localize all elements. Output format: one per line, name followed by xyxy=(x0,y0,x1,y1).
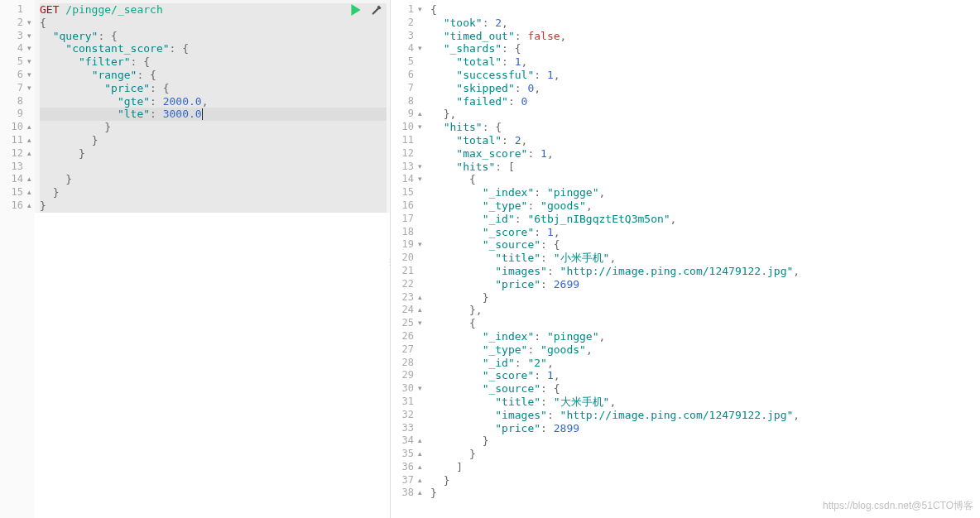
code-line[interactable]: }, xyxy=(430,108,977,121)
code-line[interactable]: "title": "大米手机", xyxy=(430,396,977,409)
code-line[interactable]: "gte": 2000.0, xyxy=(40,95,387,108)
code-line[interactable]: { xyxy=(40,17,387,30)
code-line[interactable]: GET /pingge/_search xyxy=(40,3,387,17)
code-line[interactable]: "lte": 3000.0 xyxy=(40,108,387,121)
fold-toggle[interactable]: ▾ xyxy=(25,82,33,95)
code-line[interactable]: ] xyxy=(430,461,977,474)
code-line[interactable]: } xyxy=(40,173,387,186)
fold-toggle[interactable]: ▴ xyxy=(416,291,424,305)
code-line[interactable]: } xyxy=(40,134,387,147)
code-line[interactable]: "_index": "pingge", xyxy=(430,186,977,199)
gutter-line: 17 xyxy=(391,213,425,226)
token-plain xyxy=(430,161,456,174)
code-line[interactable]: "_score": 1, xyxy=(430,369,977,382)
code-line[interactable]: "timed_out": false, xyxy=(430,30,977,43)
token-key: "price" xyxy=(104,82,150,95)
code-line[interactable]: "took": 2, xyxy=(430,17,977,30)
code-line[interactable]: "_score": 1, xyxy=(430,226,977,239)
code-line[interactable]: "price": 2899 xyxy=(430,422,977,435)
fold-toggle[interactable]: ▾ xyxy=(416,382,424,396)
line-number: 22 xyxy=(402,278,416,291)
fold-toggle[interactable]: ▴ xyxy=(416,108,424,121)
code-line[interactable]: { xyxy=(430,173,977,186)
fold-toggle[interactable]: ▾ xyxy=(416,317,424,330)
fold-toggle[interactable]: ▾ xyxy=(416,3,424,17)
fold-toggle[interactable]: ▾ xyxy=(25,42,33,55)
code-line[interactable]: "total": 2, xyxy=(430,134,977,147)
fold-toggle[interactable]: ▴ xyxy=(416,461,424,474)
code-line[interactable]: } xyxy=(430,291,977,305)
fold-toggle[interactable]: ▴ xyxy=(416,474,424,487)
request-editor[interactable]: GET /pingge/_search{ "query": { "constan… xyxy=(35,0,390,213)
code-line[interactable]: "_id": "2", xyxy=(430,357,977,370)
fold-toggle[interactable]: ▾ xyxy=(416,121,424,134)
fold-toggle[interactable]: ▾ xyxy=(416,161,424,174)
fold-toggle[interactable]: ▾ xyxy=(416,238,424,252)
code-line[interactable]: "images": "http://image.ping.com/1247912… xyxy=(430,265,977,278)
code-line[interactable]: } xyxy=(430,434,977,448)
line-number: 6 xyxy=(17,69,25,82)
line-number: 32 xyxy=(402,409,416,422)
token-key: "_score" xyxy=(483,226,535,239)
code-line[interactable]: "total": 1, xyxy=(430,55,977,69)
wrench-button[interactable] xyxy=(370,4,382,19)
token-punc: : xyxy=(534,186,547,199)
code-line[interactable]: } xyxy=(40,186,387,199)
code-line[interactable]: "successful": 1, xyxy=(430,69,977,82)
code-line[interactable]: "_id": "6tbj_nIBgqztEtQ3m5on", xyxy=(430,213,977,226)
fold-toggle[interactable]: ▾ xyxy=(25,69,33,82)
fold-toggle[interactable]: ▴ xyxy=(25,186,33,199)
token-str: "pingge" xyxy=(547,186,599,199)
code-line[interactable]: "failed": 0 xyxy=(430,95,977,108)
fold-toggle[interactable]: ▴ xyxy=(25,173,33,186)
fold-toggle[interactable]: ▾ xyxy=(416,42,424,55)
code-line[interactable]: } xyxy=(430,474,977,487)
code-line[interactable]: } xyxy=(40,121,387,134)
token-str: "pingge" xyxy=(547,330,599,343)
fold-toggle[interactable]: ▴ xyxy=(416,448,424,461)
code-line[interactable]: "_source": { xyxy=(430,238,977,252)
code-line[interactable]: { xyxy=(430,317,977,330)
fold-toggle[interactable]: ▴ xyxy=(25,147,33,161)
code-line[interactable]: "range": { xyxy=(40,69,387,82)
token-punc: , xyxy=(554,69,560,82)
fold-toggle[interactable]: ▾ xyxy=(25,55,33,69)
code-line[interactable]: "images": "http://image.ping.com/1247912… xyxy=(430,409,977,422)
code-line[interactable]: "_type": "goods", xyxy=(430,343,977,357)
code-line[interactable]: "constant_score": { xyxy=(40,42,387,55)
fold-toggle[interactable]: ▴ xyxy=(416,304,424,317)
code-line[interactable]: } xyxy=(40,147,387,161)
fold-toggle[interactable]: ▴ xyxy=(25,134,33,147)
fold-toggle[interactable]: ▴ xyxy=(25,199,33,213)
fold-toggle[interactable]: ▾ xyxy=(25,17,33,30)
line-number: 11 xyxy=(12,134,25,147)
code-line[interactable]: "filter": { xyxy=(40,55,387,69)
code-line[interactable]: "skipped": 0, xyxy=(430,82,977,95)
code-line[interactable] xyxy=(40,161,387,174)
fold-toggle[interactable]: ▾ xyxy=(416,173,424,186)
code-line[interactable]: } xyxy=(430,448,977,461)
fold-toggle[interactable]: ▴ xyxy=(416,487,424,500)
code-line[interactable]: "max_score": 1, xyxy=(430,147,977,161)
code-line[interactable]: "_shards": { xyxy=(430,42,977,55)
fold-toggle[interactable]: ▴ xyxy=(25,121,33,134)
code-line[interactable]: } xyxy=(40,199,387,213)
token-key: "images" xyxy=(495,409,547,422)
code-line[interactable]: "query": { xyxy=(40,30,387,43)
code-line[interactable]: "title": "小米手机", xyxy=(430,252,977,265)
response-viewer[interactable]: { "took": 2, "timed_out": false, "_shard… xyxy=(425,0,980,500)
fold-toggle[interactable]: ▴ xyxy=(416,434,424,448)
code-line[interactable]: { xyxy=(430,3,977,17)
code-line[interactable]: "_index": "pingge", xyxy=(430,330,977,343)
code-line[interactable]: "price": 2699 xyxy=(430,278,977,291)
code-line[interactable]: } xyxy=(430,487,977,500)
code-line[interactable]: "_source": { xyxy=(430,382,977,396)
fold-toggle[interactable]: ▾ xyxy=(25,30,33,43)
code-line[interactable]: "price": { xyxy=(40,82,387,95)
code-line[interactable]: "hits": [ xyxy=(430,161,977,174)
run-button[interactable] xyxy=(350,4,362,19)
code-line[interactable]: }, xyxy=(430,304,977,317)
pane-divider[interactable]: ⋮ xyxy=(386,261,394,263)
code-line[interactable]: "_type": "goods", xyxy=(430,199,977,213)
code-line[interactable]: "hits": { xyxy=(430,121,977,134)
